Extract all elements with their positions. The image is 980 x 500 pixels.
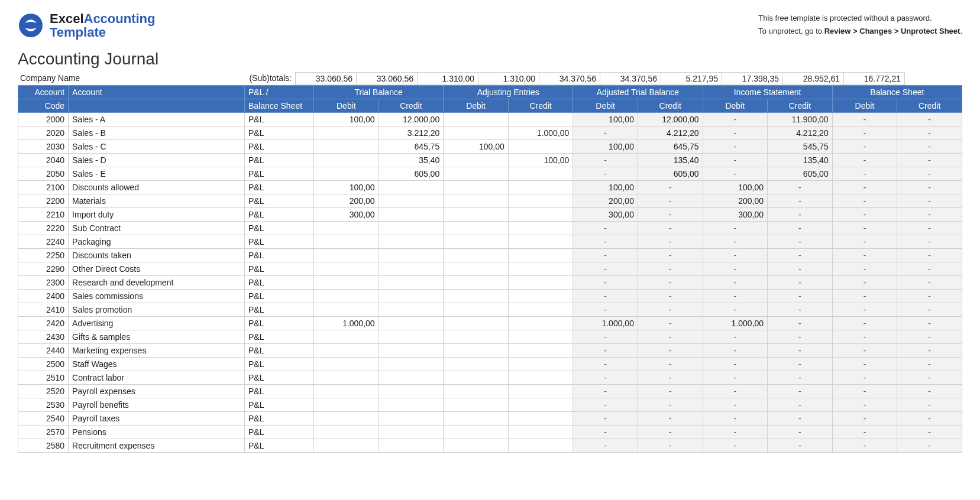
cell-tb_d[interactable] (314, 222, 379, 235)
cell-account[interactable]: Contract labor (69, 371, 245, 385)
cell-bs_c[interactable]: - (897, 290, 962, 303)
cell-at_d[interactable]: - (573, 167, 638, 181)
cell-code[interactable]: 2300 (18, 276, 69, 290)
cell-at_c[interactable]: 135,40 (638, 154, 703, 167)
cell-bs_d[interactable]: - (832, 290, 897, 303)
cell-ae_c[interactable] (508, 167, 573, 181)
cell-account[interactable]: Sales promotion (69, 303, 245, 317)
cell-bs_c[interactable]: - (897, 235, 962, 249)
cell-bs_c[interactable]: - (897, 317, 962, 330)
cell-code[interactable]: 2500 (18, 358, 69, 371)
cell-at_c[interactable]: - (638, 371, 703, 385)
cell-ae_c[interactable]: 1.000,00 (508, 126, 573, 140)
cell-at_d[interactable]: - (573, 126, 638, 140)
table-row[interactable]: 2240PackagingP&L------ (18, 235, 962, 249)
cell-bs_d[interactable]: - (832, 358, 897, 371)
cell-at_d[interactable]: 200,00 (573, 194, 638, 208)
cell-bs_c[interactable]: - (897, 140, 962, 154)
cell-at_c[interactable]: - (638, 398, 703, 412)
cell-bs_d[interactable]: - (832, 330, 897, 344)
cell-bs_d[interactable]: - (832, 126, 897, 140)
cell-tb_d[interactable]: 100,00 (314, 113, 379, 126)
cell-at_c[interactable]: - (638, 426, 703, 439)
cell-bs_d[interactable]: - (832, 439, 897, 453)
cell-tb_d[interactable] (314, 385, 379, 398)
cell-at_c[interactable]: - (638, 194, 703, 208)
cell-ae_d[interactable] (444, 126, 509, 140)
cell-at_d[interactable]: - (573, 412, 638, 426)
cell-code[interactable]: 2250 (18, 249, 69, 262)
cell-at_c[interactable]: - (638, 303, 703, 317)
cell-is_d[interactable]: - (703, 167, 768, 181)
cell-tb_c[interactable]: 605,00 (379, 167, 444, 181)
cell-tb_c[interactable] (379, 262, 444, 276)
cell-is_d[interactable]: - (703, 344, 768, 358)
cell-ae_d[interactable] (444, 385, 509, 398)
cell-is_d[interactable]: - (703, 249, 768, 262)
cell-at_c[interactable]: - (638, 249, 703, 262)
cell-account[interactable]: Sales - D (69, 154, 245, 167)
cell-bs_c[interactable]: - (897, 371, 962, 385)
cell-tb_d[interactable] (314, 167, 379, 181)
cell-is_c[interactable]: - (768, 208, 833, 222)
cell-at_d[interactable]: - (573, 371, 638, 385)
cell-at_c[interactable]: - (638, 385, 703, 398)
cell-account[interactable]: Sales - C (69, 140, 245, 154)
cell-is_c[interactable]: - (768, 358, 833, 371)
cell-at_c[interactable]: - (638, 181, 703, 194)
cell-is_c[interactable]: 4.212,20 (768, 126, 833, 140)
cell-at_c[interactable]: 4.212,20 (638, 126, 703, 140)
cell-tb_d[interactable] (314, 358, 379, 371)
cell-ae_d[interactable] (444, 371, 509, 385)
cell-tb_d[interactable] (314, 262, 379, 276)
cell-ae_d[interactable] (444, 303, 509, 317)
cell-ae_d[interactable] (444, 426, 509, 439)
cell-tb_c[interactable] (379, 330, 444, 344)
cell-tb_c[interactable] (379, 181, 444, 194)
cell-tb_d[interactable] (314, 398, 379, 412)
cell-bs_c[interactable]: - (897, 181, 962, 194)
cell-is_c[interactable]: - (768, 181, 833, 194)
cell-ae_d[interactable] (444, 290, 509, 303)
journal-table[interactable]: Account Account P&L / Trial Balance Adju… (18, 85, 962, 453)
cell-code[interactable]: 2540 (18, 412, 69, 426)
cell-bs_c[interactable]: - (897, 262, 962, 276)
cell-type[interactable]: P&L (245, 439, 314, 453)
cell-at_c[interactable]: - (638, 235, 703, 249)
cell-is_d[interactable]: - (703, 126, 768, 140)
cell-at_d[interactable]: 100,00 (573, 181, 638, 194)
table-row[interactable]: 2500Staff WagesP&L------ (18, 358, 962, 371)
cell-ae_c[interactable] (508, 317, 573, 330)
table-row[interactable]: 2430Gifts & samplesP&L------ (18, 330, 962, 344)
cell-bs_c[interactable]: - (897, 330, 962, 344)
cell-at_d[interactable]: - (573, 439, 638, 453)
cell-is_d[interactable]: - (703, 113, 768, 126)
cell-code[interactable]: 2210 (18, 208, 69, 222)
cell-tb_d[interactable] (314, 290, 379, 303)
table-row[interactable]: 2210Import dutyP&L300,00300,00-300,00--- (18, 208, 962, 222)
cell-is_d[interactable]: - (703, 330, 768, 344)
cell-tb_c[interactable] (379, 249, 444, 262)
cell-bs_d[interactable]: - (832, 181, 897, 194)
cell-bs_c[interactable]: - (897, 412, 962, 426)
cell-at_d[interactable]: - (573, 426, 638, 439)
cell-account[interactable]: Discounts taken (69, 249, 245, 262)
cell-type[interactable]: P&L (245, 154, 314, 167)
cell-code[interactable]: 2020 (18, 126, 69, 140)
cell-tb_d[interactable] (314, 439, 379, 453)
cell-bs_d[interactable]: - (832, 303, 897, 317)
cell-at_c[interactable]: - (638, 290, 703, 303)
cell-code[interactable]: 2520 (18, 385, 69, 398)
cell-code[interactable]: 2410 (18, 303, 69, 317)
cell-is_c[interactable]: 11.900,00 (768, 113, 833, 126)
cell-bs_d[interactable]: - (832, 140, 897, 154)
cell-ae_c[interactable] (508, 358, 573, 371)
cell-account[interactable]: Materials (69, 194, 245, 208)
cell-ae_d[interactable] (444, 154, 509, 167)
cell-tb_c[interactable]: 35,40 (379, 154, 444, 167)
table-row[interactable]: 2000Sales - AP&L100,0012.000,00100,0012.… (18, 113, 962, 126)
cell-ae_c[interactable] (508, 208, 573, 222)
cell-is_d[interactable]: - (703, 358, 768, 371)
cell-is_c[interactable]: - (768, 235, 833, 249)
cell-tb_c[interactable] (379, 222, 444, 235)
